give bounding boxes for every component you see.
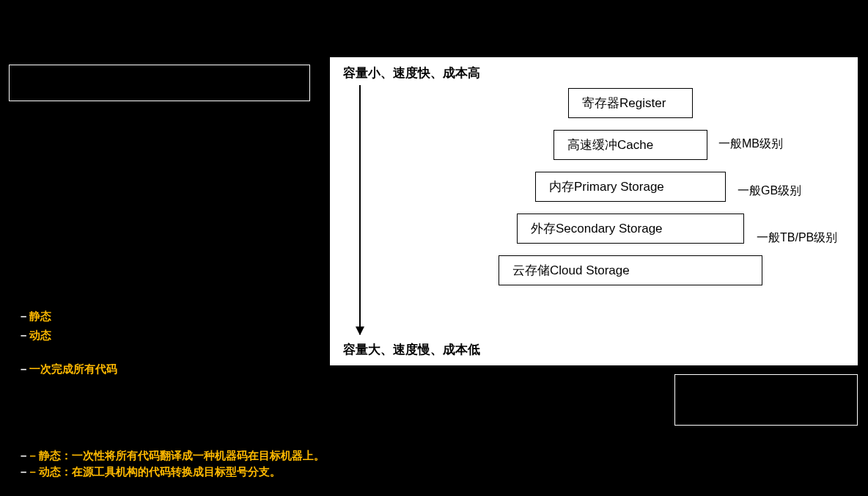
level-register: 寄存器Register <box>568 88 693 118</box>
memory-hierarchy-diagram: 容量小、速度快、成本高 寄存器Register 高速缓冲Cache 内存Prim… <box>330 57 858 365</box>
outline-box-top <box>9 65 310 101</box>
list-item-static: –静态 <box>21 307 319 326</box>
outline-box-right <box>674 374 858 426</box>
note-secondary: 一般TB/PB级别 <box>757 230 837 246</box>
note-cache: 一般MB级别 <box>718 136 783 152</box>
bottom-definitions: – – 静态：一次性将所有代码翻译成一种机器码在目标机器上。 – – 动态：在源… <box>21 448 325 480</box>
def-static: – – 静态：一次性将所有代码翻译成一种机器码在目标机器上。 <box>21 448 325 464</box>
highlighted-list: –静态 –动态 –一次完成所有代码 <box>0 307 319 379</box>
diagram-top-label: 容量小、速度快、成本高 <box>343 65 480 81</box>
level-primary: 内存Primary Storage <box>535 172 726 202</box>
hierarchy-arrow-down-icon <box>359 85 361 335</box>
def-dynamic: – – 动态：在源工具机构的代码转换成目标型号分支。 <box>21 464 325 480</box>
list-item-dynamic: –动态 <box>21 326 319 345</box>
diagram-bottom-label: 容量大、速度慢、成本低 <box>343 341 480 358</box>
level-secondary: 外存Secondary Storage <box>517 214 744 244</box>
left-column: –静态 –动态 –一次完成所有代码 <box>0 59 319 379</box>
level-cache: 高速缓冲Cache <box>553 130 707 160</box>
list-item-once: –一次完成所有代码 <box>21 360 319 379</box>
note-primary: 一般GB级别 <box>738 183 801 199</box>
level-cloud: 云存储Cloud Storage <box>499 255 762 285</box>
